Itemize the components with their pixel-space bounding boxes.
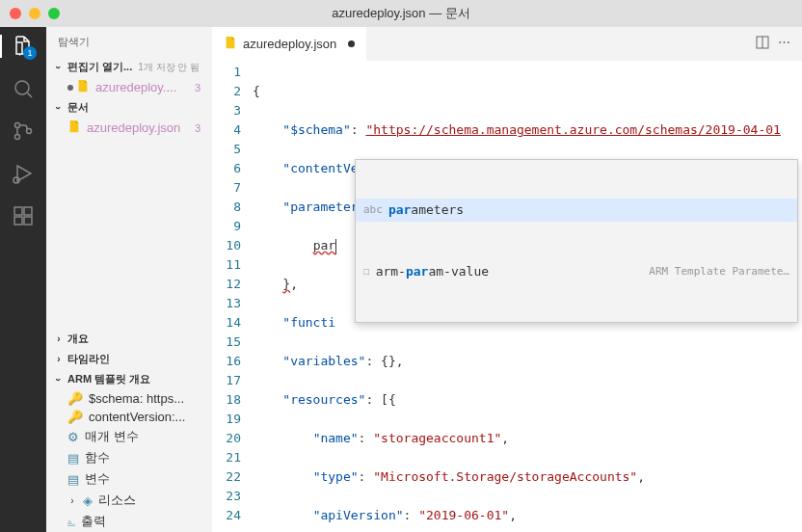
chevron-right-icon: › (67, 493, 77, 507)
brackets-icon: ▤ (67, 451, 79, 466)
svg-point-1 (15, 123, 20, 128)
search-icon[interactable] (12, 77, 35, 100)
svg-point-0 (15, 81, 29, 94)
intellisense-popup[interactable]: abc parameters ☐ arm-param-value ARM Tem… (355, 159, 798, 323)
outline-item[interactable]: 🔑contentVersion:... (46, 408, 212, 426)
suggestion-type-icon: abc (363, 200, 383, 220)
tab-azuredeploy[interactable]: azuredeploy.json (212, 27, 366, 61)
explorer-badge: 1 (23, 46, 37, 60)
timeline-header[interactable]: › 타임라인 (46, 349, 212, 369)
json-file-icon (76, 79, 90, 95)
svg-rect-7 (14, 217, 22, 225)
outline-item[interactable]: ▤함수 (46, 447, 212, 468)
window-title: azuredeploy.json — 문서 (332, 5, 470, 22)
code-editor[interactable]: 123456789101112131415161718192021222324 … (212, 61, 802, 532)
outline-item[interactable]: 🔑$schema: https... (46, 389, 212, 408)
editor-area: azuredeploy.json ⋯ 123456789101112131415… (212, 27, 802, 532)
svg-point-3 (27, 129, 32, 134)
file-name: azuredeploy.json (87, 120, 180, 135)
chevron-down-icon: › (52, 373, 66, 386)
maximize-window-button[interactable] (48, 8, 60, 19)
workspace-header[interactable]: › 문서 (46, 97, 212, 118)
json-file-icon (224, 36, 237, 52)
titlebar: azuredeploy.json — 문서 (0, 0, 802, 27)
arm-outline-body: 🔑$schema: https... 🔑contentVersion:... ⚙… (46, 389, 212, 532)
suggestion-item[interactable]: abc parameters (356, 199, 797, 222)
outline-item[interactable]: ▤변수 (46, 468, 212, 490)
chevron-right-icon: › (52, 332, 66, 346)
open-editors-header[interactable]: › 편집기 열기... 1개 저장 안 됨 (46, 57, 212, 77)
window-controls (10, 8, 60, 19)
json-file-icon (67, 120, 81, 136)
svg-rect-9 (24, 207, 32, 215)
sidebar-title: 탐색기 (46, 27, 212, 57)
brackets-icon: ▤ (67, 472, 79, 487)
svg-point-2 (15, 135, 20, 140)
chevron-down-icon: › (52, 61, 66, 74)
workspace-file-item[interactable]: azuredeploy.json 3 (46, 118, 212, 138)
suggestion-item[interactable]: ☐ arm-param-value ARM Template Paramete… (356, 260, 797, 283)
tab-label: azuredeploy.json (243, 37, 336, 51)
problems-badge: 3 (191, 122, 204, 134)
extensions-icon[interactable] (12, 204, 35, 227)
modified-dot-icon (67, 85, 73, 91)
svg-rect-8 (24, 217, 32, 225)
outline-item[interactable]: ⎁출력 (46, 511, 212, 532)
run-icon[interactable] (12, 162, 35, 185)
more-actions-icon[interactable]: ⋯ (778, 35, 790, 53)
source-control-icon[interactable] (12, 120, 35, 143)
suggestion-type-icon: ☐ (363, 262, 370, 281)
gutter: 123456789101112131415161718192021222324 (212, 61, 253, 532)
sidebar: 탐색기 › 편집기 열기... 1개 저장 안 됨 azuredeploy...… (46, 27, 212, 532)
brackets-icon: ⎁ (67, 515, 75, 529)
split-editor-icon[interactable] (755, 35, 770, 53)
chevron-down-icon: › (52, 101, 66, 115)
problems-badge: 3 (191, 82, 204, 93)
svg-rect-6 (14, 207, 22, 215)
key-icon: 🔑 (67, 391, 83, 406)
open-editor-item[interactable]: azuredeploy.... 3 (46, 77, 212, 97)
outline-item[interactable]: ›◈리소스 (46, 490, 212, 511)
cube-icon: ◈ (83, 493, 93, 508)
minimize-window-button[interactable] (29, 8, 40, 19)
explorer-icon[interactable]: 1 (12, 35, 35, 58)
arm-outline-header[interactable]: › ARM 템플릿 개요 (46, 369, 212, 389)
chevron-right-icon: › (52, 353, 66, 366)
close-window-button[interactable] (10, 8, 21, 19)
outline-header[interactable]: › 개요 (46, 329, 212, 349)
modified-dot-icon (348, 40, 355, 47)
outline-item[interactable]: ⚙매개 변수 (46, 426, 212, 447)
key-icon: 🔑 (67, 410, 83, 424)
file-name: azuredeploy.... (95, 80, 176, 94)
activity-bar: 1 (0, 27, 46, 532)
tab-bar: azuredeploy.json ⋯ (212, 27, 802, 61)
gear-icon: ⚙ (67, 430, 79, 444)
code-content[interactable]: { "$schema": "https://schema.management.… (253, 61, 802, 532)
